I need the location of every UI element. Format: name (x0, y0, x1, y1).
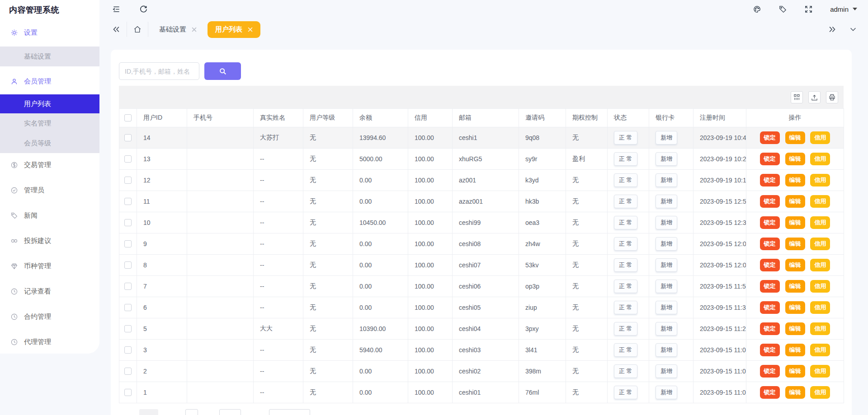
status-badge[interactable]: 正 常 (614, 195, 637, 208)
pagination-page-size[interactable] (269, 409, 310, 415)
lock-button[interactable]: 锁定 (760, 386, 780, 399)
lock-button[interactable]: 锁定 (760, 238, 780, 250)
status-badge[interactable]: 正 常 (614, 280, 637, 293)
row-checkbox[interactable] (124, 325, 132, 332)
edit-button[interactable]: 编辑 (785, 386, 805, 399)
status-badge[interactable]: 正 常 (614, 322, 637, 336)
status-badge[interactable]: 正 常 (614, 152, 637, 166)
sidebar-item-feedback[interactable]: 投拆建议 (0, 231, 99, 251)
row-checkbox[interactable] (124, 240, 132, 247)
credit-button[interactable]: 信用 (810, 238, 830, 250)
row-checkbox[interactable] (124, 261, 132, 269)
row-checkbox[interactable] (124, 177, 132, 184)
tab-user-list[interactable]: 用户列表 (208, 21, 260, 38)
sidebar-item-agents[interactable]: 代理管理 (0, 332, 99, 352)
pagination-item[interactable] (219, 409, 241, 415)
row-checkbox[interactable] (124, 155, 132, 163)
status-badge[interactable]: 正 常 (614, 173, 637, 187)
status-badge[interactable]: 正 常 (614, 301, 637, 314)
user-menu[interactable]: admin (830, 5, 857, 13)
edit-button[interactable]: 编辑 (785, 131, 805, 144)
row-checkbox[interactable] (124, 389, 132, 396)
sidebar-item-basic-settings[interactable]: 基础设置 (0, 47, 99, 66)
bankcard-badge[interactable]: 新增 (656, 322, 677, 336)
status-badge[interactable]: 正 常 (614, 364, 637, 378)
credit-button[interactable]: 信用 (810, 301, 830, 314)
lock-button[interactable]: 锁定 (760, 174, 780, 187)
edit-button[interactable]: 编辑 (785, 322, 805, 335)
bankcard-badge[interactable]: 新增 (656, 343, 677, 357)
edit-button[interactable]: 编辑 (785, 174, 805, 187)
status-badge[interactable]: 正 常 (614, 237, 637, 251)
lock-button[interactable]: 锁定 (760, 322, 780, 335)
refresh-icon[interactable] (139, 5, 148, 14)
credit-button[interactable]: 信用 (810, 280, 830, 293)
credit-button[interactable]: 信用 (810, 344, 830, 356)
search-button[interactable] (204, 62, 241, 80)
lock-button[interactable]: 锁定 (760, 365, 780, 378)
edit-button[interactable]: 编辑 (785, 365, 805, 378)
row-checkbox[interactable] (124, 219, 132, 226)
row-checkbox[interactable] (124, 283, 132, 290)
credit-button[interactable]: 信用 (810, 131, 830, 144)
bankcard-badge[interactable]: 新增 (656, 195, 677, 208)
sidebar-item-news[interactable]: 新闻 (0, 205, 99, 225)
select-all-checkbox[interactable] (124, 114, 132, 121)
search-input[interactable] (119, 62, 199, 80)
sidebar-item-coins[interactable]: 币种管理 (0, 256, 99, 276)
sidebar-item-admins[interactable]: 管理员 (0, 180, 99, 200)
credit-button[interactable]: 信用 (810, 259, 830, 271)
export-icon[interactable] (808, 91, 821, 103)
edit-button[interactable]: 编辑 (785, 259, 805, 271)
close-icon[interactable] (192, 27, 197, 32)
bankcard-badge[interactable]: 新增 (656, 216, 677, 229)
sidebar-item-realname[interactable]: 实名管理 (0, 113, 99, 133)
pagination-item[interactable] (185, 409, 198, 415)
sidebar-item-members[interactable]: 会员管理 (0, 72, 99, 90)
row-checkbox[interactable] (124, 134, 132, 141)
bankcard-badge[interactable]: 新增 (656, 152, 677, 166)
row-checkbox[interactable] (124, 304, 132, 311)
edit-button[interactable]: 编辑 (785, 195, 805, 208)
status-badge[interactable]: 正 常 (614, 343, 637, 357)
bankcard-badge[interactable]: 新增 (656, 173, 677, 187)
credit-button[interactable]: 信用 (810, 153, 830, 165)
edit-button[interactable]: 编辑 (785, 280, 805, 293)
lock-button[interactable]: 锁定 (760, 195, 780, 208)
columns-icon[interactable] (791, 91, 803, 103)
double-chevron-right-icon[interactable] (828, 25, 836, 33)
credit-button[interactable]: 信用 (810, 174, 830, 187)
edit-button[interactable]: 编辑 (785, 238, 805, 250)
lock-button[interactable]: 锁定 (760, 280, 780, 293)
credit-button[interactable]: 信用 (810, 386, 830, 399)
credit-button[interactable]: 信用 (810, 216, 830, 229)
credit-button[interactable]: 信用 (810, 322, 830, 335)
lock-button[interactable]: 锁定 (760, 344, 780, 356)
bankcard-badge[interactable]: 新增 (656, 301, 677, 314)
sidebar-item-trade[interactable]: 交易管理 (0, 155, 99, 175)
menu-fold-icon[interactable] (112, 5, 121, 14)
palette-icon[interactable] (753, 5, 761, 14)
bankcard-badge[interactable]: 新增 (656, 258, 677, 272)
tab-basic-settings[interactable]: 基础设置 (155, 25, 201, 34)
sidebar-item-records[interactable]: 记录查看 (0, 281, 99, 301)
edit-button[interactable]: 编辑 (785, 153, 805, 165)
bankcard-badge[interactable]: 新增 (656, 364, 677, 378)
row-checkbox[interactable] (124, 368, 132, 375)
sidebar-item-contracts[interactable]: 合约管理 (0, 307, 99, 326)
edit-button[interactable]: 编辑 (785, 216, 805, 229)
print-icon[interactable] (826, 91, 838, 103)
lock-button[interactable]: 锁定 (760, 259, 780, 271)
edit-button[interactable]: 编辑 (785, 344, 805, 356)
sidebar-item-user-list[interactable]: 用户列表 (0, 94, 99, 113)
home-icon[interactable] (133, 25, 142, 33)
close-icon[interactable] (248, 27, 253, 32)
status-badge[interactable]: 正 常 (614, 216, 637, 229)
bankcard-badge[interactable]: 新增 (656, 280, 677, 293)
bankcard-badge[interactable]: 新增 (656, 131, 677, 145)
chevron-down-icon[interactable] (849, 25, 857, 33)
row-checkbox[interactable] (124, 346, 132, 354)
tag-icon[interactable] (778, 5, 787, 14)
sidebar-item-settings[interactable]: 设置 (0, 23, 99, 42)
credit-button[interactable]: 信用 (810, 195, 830, 208)
